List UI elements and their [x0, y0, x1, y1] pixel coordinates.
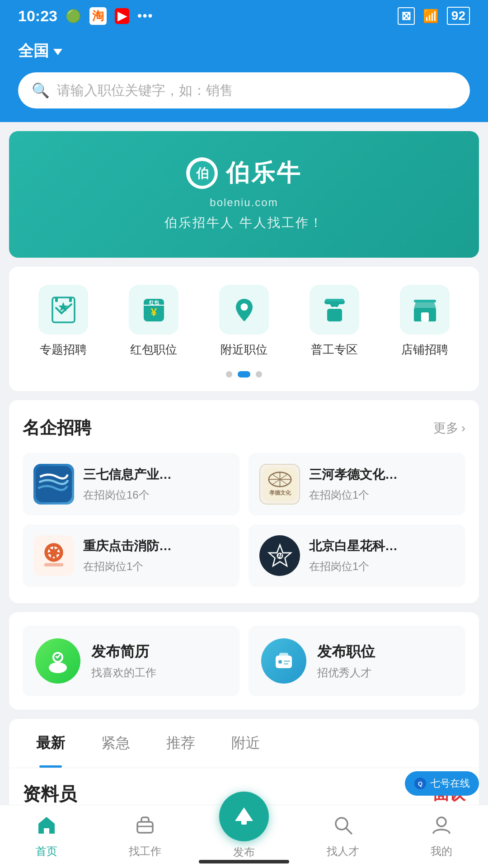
status-right: ⊠ 📶 92 — [398, 7, 470, 25]
screenshot-icon: ⊠ — [398, 7, 415, 25]
svg-text:伯: 伯 — [195, 166, 208, 180]
company-name-4: 北京白星花科… — [309, 538, 398, 555]
publish-section: 发布简历 找喜欢的工作 发布职位 招优秀人才 — [9, 612, 479, 710]
svg-rect-38 — [279, 653, 288, 657]
publish-job-info: 发布职位 招优秀人才 — [317, 642, 375, 680]
shop-recruit-icon — [400, 285, 450, 335]
company-card-3[interactable]: 重庆点击消防… 在招岗位1个 — [23, 524, 239, 587]
company-jobs-4: 在招岗位1个 — [309, 559, 398, 574]
tab-urgent[interactable]: 紧急 — [83, 719, 148, 768]
publish-resume-title: 发布简历 — [91, 642, 156, 662]
status-time: 10:23 — [18, 7, 57, 25]
company-card-1[interactable]: 三七信息产业… 在招岗位16个 — [23, 453, 239, 515]
special-recruit-label: 专题招聘 — [40, 342, 87, 358]
taobao-icon: 淘 — [89, 7, 107, 25]
search-bar[interactable]: 🔍 请输入职位关键字，如：销售 — [18, 72, 470, 108]
svg-text:红包: 红包 — [148, 300, 159, 305]
dot-3 — [256, 371, 262, 377]
company-info-4: 北京白星花科… 在招岗位1个 — [309, 538, 398, 574]
category-item-general[interactable]: 普工专区 — [310, 285, 359, 358]
svg-point-9 — [240, 303, 248, 311]
company-card-4[interactable]: AI 北京白星花科… 在招岗位1个 — [249, 524, 465, 587]
category-section: 专题招聘 红包 ¥ 红包职位 附近职位 — [9, 267, 479, 391]
tab-nearby[interactable]: 附近 — [213, 719, 278, 768]
section-title: 名企招聘 — [23, 416, 91, 439]
company-logo-37 — [33, 464, 74, 505]
svg-rect-3 — [55, 297, 58, 302]
tabs-section: 最新 紧急 推荐 附近 — [9, 719, 479, 768]
company-logo-beijing: AI — [259, 535, 300, 576]
category-grid: 专题招聘 红包 ¥ 红包职位 附近职位 — [18, 285, 470, 358]
talent-icon — [333, 815, 353, 840]
tab-recommend[interactable]: 推荐 — [148, 719, 213, 768]
banner-slogan: 伯乐招牛人 牛人找工作！ — [164, 214, 324, 231]
company-grid: 三七信息产业… 在招岗位16个 孝德文化 三河孝德文化… 在招岗位1个 — [23, 453, 465, 587]
category-item-nearby[interactable]: 附近职位 — [219, 285, 269, 358]
location-dropdown-icon — [53, 49, 62, 55]
svg-rect-42 — [137, 822, 153, 833]
svg-rect-16 — [414, 300, 436, 302]
nav-mine[interactable]: 我的 — [417, 810, 466, 863]
bottom-nav: 首页 找工作 发布 找人才 — [0, 805, 488, 868]
company-jobs-2: 在招岗位1个 — [309, 488, 398, 502]
company-card-2[interactable]: 孝德文化 三河孝德文化… 在招岗位1个 — [249, 453, 465, 515]
banner: 伯 伯乐牛 boleniu.com 伯乐招牛人 牛人找工作！ — [9, 131, 479, 258]
section-header: 名企招聘 更多 › — [23, 416, 465, 439]
svg-rect-29 — [44, 563, 63, 566]
nav-publish[interactable]: 发布 — [219, 792, 269, 859]
special-recruit-icon — [38, 285, 88, 335]
banner-logo-icon: 伯 — [186, 157, 218, 189]
dot-indicators — [18, 371, 470, 377]
publish-resume-card[interactable]: 发布简历 找喜欢的工作 — [23, 626, 239, 696]
svg-rect-41 — [284, 663, 288, 665]
redpacket-icon: 红包 ¥ — [129, 285, 178, 335]
more-button[interactable]: 更多 › — [433, 420, 465, 437]
svg-rect-11 — [327, 309, 342, 321]
banner-logo: 伯 伯乐牛 — [186, 157, 302, 189]
nav-home-label: 首页 — [36, 844, 57, 859]
more-arrow-icon: › — [461, 421, 465, 435]
nearby-label: 附近职位 — [221, 342, 267, 358]
company-logo-chongqing — [33, 535, 74, 576]
company-name-1: 三七信息产业… — [83, 466, 172, 483]
status-left: 10:23 🟢 淘 ▶ ••• — [18, 7, 153, 25]
tabs-row: 最新 紧急 推荐 附近 — [9, 719, 479, 768]
nav-talent[interactable]: 找人才 — [313, 810, 373, 863]
online-badge[interactable]: Q 七号在线 — [405, 771, 479, 796]
svg-point-48 — [437, 817, 446, 826]
dot-2 — [238, 371, 250, 377]
svg-marker-5 — [58, 302, 68, 311]
nearby-icon — [219, 285, 269, 335]
company-info-1: 三七信息产业… 在招岗位16个 — [83, 466, 172, 502]
company-jobs-1: 在招岗位16个 — [83, 488, 172, 502]
svg-rect-45 — [241, 820, 247, 825]
category-item-special[interactable]: 专题招聘 — [38, 285, 88, 358]
location-row[interactable]: 全国 — [18, 41, 470, 61]
general-worker-label: 普工专区 — [311, 342, 358, 358]
company-jobs-3: 在招岗位1个 — [83, 559, 172, 574]
nav-home[interactable]: 首页 — [22, 810, 71, 863]
status-bar: 10:23 🟢 淘 ▶ ••• ⊠ 📶 92 — [0, 0, 488, 32]
search-placeholder: 请输入职位关键字，如：销售 — [57, 81, 233, 100]
nav-talent-label: 找人才 — [327, 844, 359, 859]
video-icon: ▶ — [115, 8, 129, 24]
category-item-shop[interactable]: 店铺招聘 — [400, 285, 450, 358]
svg-text:AI: AI — [277, 553, 282, 558]
svg-line-47 — [346, 828, 352, 834]
svg-text:孝德文化: 孝德文化 — [268, 490, 291, 496]
publish-job-card[interactable]: 发布职位 招优秀人才 — [249, 626, 465, 696]
publish-resume-sub: 找喜欢的工作 — [91, 665, 156, 680]
publish-job-sub: 招优秀人才 — [317, 665, 375, 680]
category-item-redpacket[interactable]: 红包 ¥ 红包职位 — [129, 285, 178, 358]
company-name-3: 重庆点击消防… — [83, 538, 172, 555]
banner-logo-text: 伯乐牛 — [226, 157, 302, 189]
publish-job-title: 发布职位 — [317, 642, 375, 662]
company-name-2: 三河孝德文化… — [309, 466, 398, 483]
svg-point-39 — [278, 660, 282, 664]
tab-latest[interactable]: 最新 — [18, 719, 83, 768]
redpacket-label: 红包职位 — [130, 342, 177, 358]
svg-rect-37 — [276, 656, 292, 668]
publish-resume-info: 发布简历 找喜欢的工作 — [91, 642, 156, 680]
nav-jobs[interactable]: 找工作 — [115, 810, 175, 863]
general-worker-icon — [310, 285, 359, 335]
